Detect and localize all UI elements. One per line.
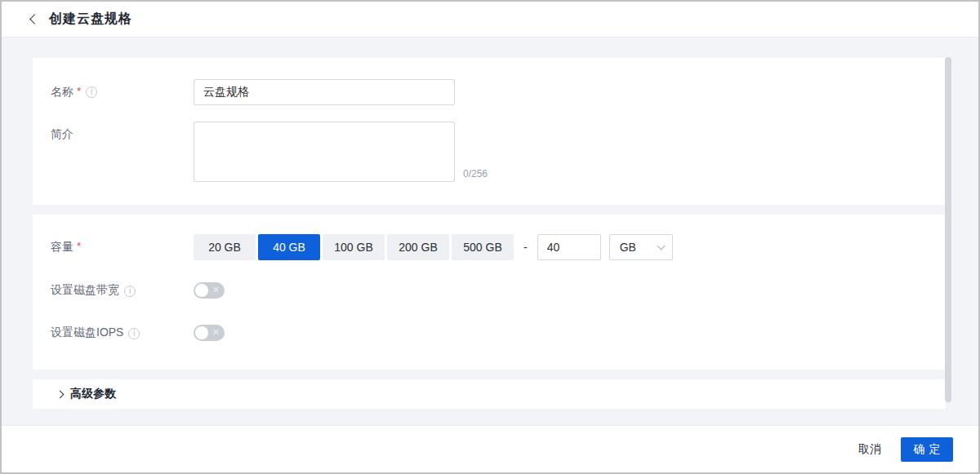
capacity-label: 容量 * bbox=[51, 234, 194, 260]
iops-info-icon[interactable]: i bbox=[128, 328, 140, 339]
iops-label: 设置磁盘IOPS i bbox=[51, 326, 194, 340]
toggle-off-icon: ✕ bbox=[212, 286, 220, 295]
capacity-unit-value: GB bbox=[620, 241, 636, 254]
range-separator: - bbox=[523, 241, 528, 254]
capacity-unit-select[interactable]: GB bbox=[609, 234, 673, 260]
name-input[interactable] bbox=[194, 79, 455, 105]
bandwidth-label: 设置磁盘带宽 i bbox=[51, 283, 194, 298]
capacity-row: 容量 * 20 GB40 GB100 GB200 GB500 GB - GB bbox=[51, 234, 946, 260]
back-icon[interactable] bbox=[29, 14, 40, 24]
bandwidth-info-icon[interactable]: i bbox=[124, 286, 136, 297]
form-content: 名称 * i 简介 0/256 容量 * 20 GB4 bbox=[2, 38, 978, 425]
bandwidth-row: 设置磁盘带宽 i ✕ bbox=[51, 282, 946, 299]
page-title: 创建云盘规格 bbox=[49, 11, 132, 28]
capacity-option-100-gb[interactable]: 100 GB bbox=[323, 234, 385, 260]
capacity-option-40-gb[interactable]: 40 GB bbox=[258, 234, 320, 260]
intro-label: 简介 bbox=[51, 122, 194, 182]
cancel-button[interactable]: 取消 bbox=[858, 442, 881, 457]
create-disk-spec-page: 创建云盘规格 名称 * i 简介 0/256 bbox=[0, 0, 980, 474]
capacity-card: 容量 * 20 GB40 GB100 GB200 GB500 GB - GB 设… bbox=[33, 215, 946, 370]
toggle-knob bbox=[195, 326, 208, 339]
required-mark: * bbox=[77, 85, 81, 97]
intro-row: 简介 0/256 bbox=[51, 122, 946, 182]
basic-info-card: 名称 * i 简介 0/256 bbox=[33, 58, 946, 205]
name-info-icon[interactable]: i bbox=[86, 86, 97, 98]
capacity-options: 20 GB40 GB100 GB200 GB500 GB bbox=[194, 234, 514, 260]
page-footer: 取消 确定 bbox=[2, 425, 978, 472]
toggle-knob bbox=[195, 284, 208, 297]
advanced-label: 高级参数 bbox=[70, 387, 116, 401]
capacity-option-20-gb[interactable]: 20 GB bbox=[194, 234, 256, 260]
char-counter: 0/256 bbox=[463, 168, 488, 182]
chevron-down-icon bbox=[657, 242, 665, 250]
capacity-value-input[interactable] bbox=[537, 234, 601, 260]
capacity-option-500-gb[interactable]: 500 GB bbox=[452, 234, 514, 260]
vertical-scrollbar[interactable] bbox=[945, 57, 951, 402]
required-mark: * bbox=[77, 240, 81, 252]
name-row: 名称 * i bbox=[51, 79, 946, 105]
bandwidth-toggle[interactable]: ✕ bbox=[194, 282, 225, 299]
name-label: 名称 * i bbox=[51, 79, 194, 105]
iops-toggle[interactable]: ✕ bbox=[194, 325, 225, 341]
intro-textarea[interactable] bbox=[194, 122, 455, 182]
advanced-section-header[interactable]: 高级参数 bbox=[33, 379, 946, 409]
toggle-off-icon: ✕ bbox=[212, 328, 220, 337]
capacity-option-200-gb[interactable]: 200 GB bbox=[387, 234, 449, 260]
chevron-right-icon bbox=[56, 390, 65, 398]
confirm-button[interactable]: 确定 bbox=[901, 437, 953, 462]
page-header: 创建云盘规格 bbox=[2, 2, 978, 38]
iops-row: 设置磁盘IOPS i ✕ bbox=[51, 325, 946, 341]
